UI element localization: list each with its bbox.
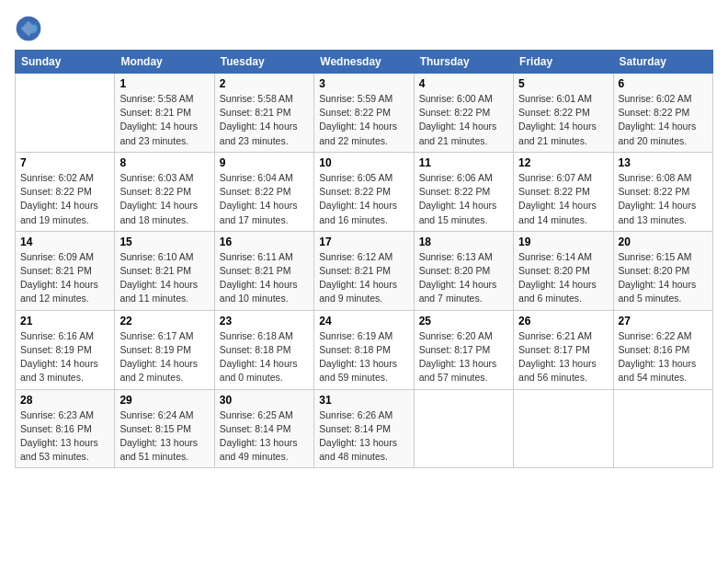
- calendar-cell: 21Sunrise: 6:16 AMSunset: 8:19 PMDayligh…: [16, 310, 115, 389]
- day-number: 4: [419, 77, 508, 90]
- day-number: 21: [20, 315, 109, 327]
- day-info: Sunrise: 6:16 AMSunset: 8:19 PMDaylight:…: [20, 329, 109, 385]
- day-number: 5: [518, 77, 608, 90]
- day-info: Sunrise: 6:20 AMSunset: 8:17 PMDaylight:…: [419, 329, 508, 385]
- day-number: 12: [518, 156, 608, 169]
- calendar-cell: 15Sunrise: 6:10 AMSunset: 8:21 PMDayligh…: [115, 231, 214, 310]
- day-header-tuesday: Tuesday: [214, 51, 313, 74]
- day-info: Sunrise: 6:06 AMSunset: 8:22 PMDaylight:…: [419, 171, 508, 227]
- calendar-week-1: 1Sunrise: 5:58 AMSunset: 8:21 PMDaylight…: [16, 74, 713, 153]
- day-header-friday: Friday: [514, 51, 613, 74]
- day-info: Sunrise: 6:15 AMSunset: 8:20 PMDaylight:…: [619, 250, 708, 306]
- day-header-thursday: Thursday: [414, 51, 513, 74]
- calendar-cell: 6Sunrise: 6:02 AMSunset: 8:22 PMDaylight…: [613, 74, 712, 153]
- calendar-week-5: 28Sunrise: 6:23 AMSunset: 8:16 PMDayligh…: [16, 389, 713, 468]
- calendar-cell: 7Sunrise: 6:02 AMSunset: 8:22 PMDaylight…: [16, 152, 115, 231]
- day-info: Sunrise: 6:25 AMSunset: 8:14 PMDaylight:…: [220, 408, 309, 465]
- calendar-cell: 10Sunrise: 6:05 AMSunset: 8:22 PMDayligh…: [314, 152, 414, 231]
- calendar-table: SundayMondayTuesdayWednesdayThursdayFrid…: [15, 50, 713, 468]
- day-number: 1: [119, 77, 209, 90]
- day-number: 19: [518, 236, 608, 248]
- day-info: Sunrise: 6:17 AMSunset: 8:19 PMDaylight:…: [119, 329, 209, 385]
- calendar-cell: 8Sunrise: 6:03 AMSunset: 8:22 PMDaylight…: [115, 152, 214, 231]
- day-number: 22: [119, 315, 209, 327]
- day-number: 27: [619, 315, 708, 327]
- day-info: Sunrise: 5:58 AMSunset: 8:21 PMDaylight:…: [119, 92, 209, 148]
- calendar-cell: [613, 389, 712, 468]
- logo: [15, 15, 46, 42]
- day-number: 15: [119, 236, 209, 248]
- calendar-cell: 12Sunrise: 6:07 AMSunset: 8:22 PMDayligh…: [514, 152, 613, 231]
- day-info: Sunrise: 5:59 AMSunset: 8:22 PMDaylight:…: [319, 92, 408, 148]
- day-number: 7: [20, 156, 109, 169]
- day-number: 25: [419, 315, 508, 327]
- day-info: Sunrise: 6:23 AMSunset: 8:16 PMDaylight:…: [20, 408, 109, 465]
- day-info: Sunrise: 6:00 AMSunset: 8:22 PMDaylight:…: [419, 92, 508, 148]
- day-info: Sunrise: 6:19 AMSunset: 8:18 PMDaylight:…: [319, 329, 408, 385]
- day-info: Sunrise: 6:08 AMSunset: 8:22 PMDaylight:…: [619, 171, 708, 227]
- calendar-cell: 11Sunrise: 6:06 AMSunset: 8:22 PMDayligh…: [414, 152, 513, 231]
- calendar-cell: 29Sunrise: 6:24 AMSunset: 8:15 PMDayligh…: [115, 389, 214, 468]
- day-header-saturday: Saturday: [613, 51, 712, 74]
- day-number: 20: [619, 236, 708, 248]
- day-number: 13: [619, 156, 708, 169]
- calendar-cell: 3Sunrise: 5:59 AMSunset: 8:22 PMDaylight…: [314, 74, 414, 153]
- calendar-cell: 9Sunrise: 6:04 AMSunset: 8:22 PMDaylight…: [214, 152, 313, 231]
- day-number: 18: [419, 236, 508, 248]
- calendar-cell: 23Sunrise: 6:18 AMSunset: 8:18 PMDayligh…: [214, 310, 313, 389]
- calendar-week-2: 7Sunrise: 6:02 AMSunset: 8:22 PMDaylight…: [16, 152, 713, 231]
- calendar-week-4: 21Sunrise: 6:16 AMSunset: 8:19 PMDayligh…: [16, 310, 713, 389]
- calendar-cell: 31Sunrise: 6:26 AMSunset: 8:14 PMDayligh…: [314, 389, 414, 468]
- calendar-cell: 5Sunrise: 6:01 AMSunset: 8:22 PMDaylight…: [514, 74, 613, 153]
- calendar-cell: 26Sunrise: 6:21 AMSunset: 8:17 PMDayligh…: [514, 310, 613, 389]
- day-info: Sunrise: 6:24 AMSunset: 8:15 PMDaylight:…: [119, 408, 209, 465]
- calendar-cell: [16, 74, 115, 153]
- day-number: 11: [419, 156, 508, 169]
- calendar-cell: 25Sunrise: 6:20 AMSunset: 8:17 PMDayligh…: [414, 310, 513, 389]
- calendar-cell: 1Sunrise: 5:58 AMSunset: 8:21 PMDaylight…: [115, 74, 214, 153]
- day-number: 6: [619, 77, 708, 90]
- day-info: Sunrise: 6:12 AMSunset: 8:21 PMDaylight:…: [319, 250, 408, 306]
- day-info: Sunrise: 6:10 AMSunset: 8:21 PMDaylight:…: [119, 250, 209, 306]
- calendar-cell: 4Sunrise: 6:00 AMSunset: 8:22 PMDaylight…: [414, 74, 513, 153]
- day-info: Sunrise: 6:22 AMSunset: 8:16 PMDaylight:…: [619, 329, 708, 385]
- day-info: Sunrise: 6:01 AMSunset: 8:22 PMDaylight:…: [518, 92, 608, 148]
- day-info: Sunrise: 6:13 AMSunset: 8:20 PMDaylight:…: [419, 250, 508, 306]
- day-info: Sunrise: 6:26 AMSunset: 8:14 PMDaylight:…: [319, 408, 408, 465]
- day-number: 23: [220, 315, 309, 327]
- day-info: Sunrise: 6:11 AMSunset: 8:21 PMDaylight:…: [220, 250, 309, 306]
- day-number: 14: [20, 236, 109, 248]
- day-info: Sunrise: 6:02 AMSunset: 8:22 PMDaylight:…: [619, 92, 708, 148]
- calendar-cell: 22Sunrise: 6:17 AMSunset: 8:19 PMDayligh…: [115, 310, 214, 389]
- day-info: Sunrise: 6:09 AMSunset: 8:21 PMDaylight:…: [20, 250, 109, 306]
- calendar-cell: 27Sunrise: 6:22 AMSunset: 8:16 PMDayligh…: [613, 310, 712, 389]
- calendar-cell: 19Sunrise: 6:14 AMSunset: 8:20 PMDayligh…: [514, 231, 613, 310]
- day-number: 16: [220, 236, 309, 248]
- header-row: SundayMondayTuesdayWednesdayThursdayFrid…: [16, 51, 713, 74]
- day-info: Sunrise: 6:14 AMSunset: 8:20 PMDaylight:…: [518, 250, 608, 306]
- day-info: Sunrise: 6:03 AMSunset: 8:22 PMDaylight:…: [119, 171, 209, 227]
- calendar-cell: 14Sunrise: 6:09 AMSunset: 8:21 PMDayligh…: [16, 231, 115, 310]
- day-number: 8: [119, 156, 209, 169]
- day-number: 10: [319, 156, 408, 169]
- day-info: Sunrise: 6:02 AMSunset: 8:22 PMDaylight:…: [20, 171, 109, 227]
- page-header: [15, 15, 713, 42]
- calendar-cell: 30Sunrise: 6:25 AMSunset: 8:14 PMDayligh…: [214, 389, 313, 468]
- day-info: Sunrise: 6:07 AMSunset: 8:22 PMDaylight:…: [518, 171, 608, 227]
- day-number: 3: [319, 77, 408, 90]
- day-header-sunday: Sunday: [16, 51, 115, 74]
- day-number: 2: [220, 77, 309, 90]
- day-info: Sunrise: 6:21 AMSunset: 8:17 PMDaylight:…: [518, 329, 608, 385]
- day-number: 31: [319, 394, 408, 407]
- day-info: Sunrise: 6:04 AMSunset: 8:22 PMDaylight:…: [220, 171, 309, 227]
- calendar-cell: 24Sunrise: 6:19 AMSunset: 8:18 PMDayligh…: [314, 310, 414, 389]
- day-number: 26: [518, 315, 608, 327]
- day-number: 29: [119, 394, 209, 407]
- calendar-cell: 18Sunrise: 6:13 AMSunset: 8:20 PMDayligh…: [414, 231, 513, 310]
- calendar-cell: 28Sunrise: 6:23 AMSunset: 8:16 PMDayligh…: [16, 389, 115, 468]
- calendar-cell: 17Sunrise: 6:12 AMSunset: 8:21 PMDayligh…: [314, 231, 414, 310]
- day-number: 28: [20, 394, 109, 407]
- calendar-cell: 2Sunrise: 5:58 AMSunset: 8:21 PMDaylight…: [214, 74, 313, 153]
- day-number: 17: [319, 236, 408, 248]
- day-info: Sunrise: 6:05 AMSunset: 8:22 PMDaylight:…: [319, 171, 408, 227]
